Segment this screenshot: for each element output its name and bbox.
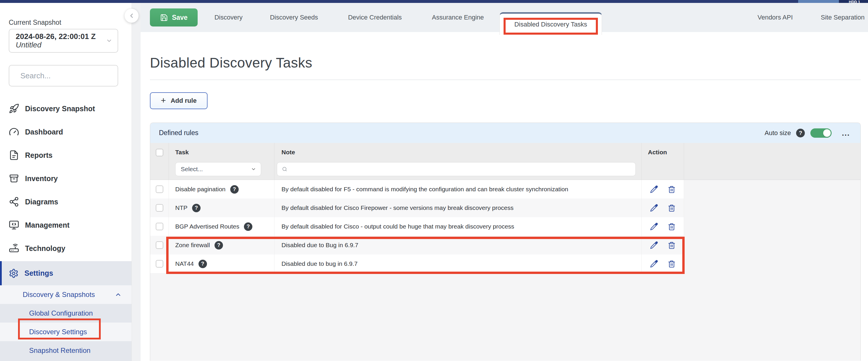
save-button-label: Save [172, 14, 188, 22]
router-icon [9, 243, 19, 253]
tab-discovery[interactable]: Discovery [215, 3, 243, 32]
task-filter-value: Select... [181, 166, 251, 173]
auto-size-toggle[interactable] [810, 128, 832, 138]
snapshot-select[interactable]: 2024-08-26, 22:00:01 Z Untitled [9, 29, 118, 53]
action-column: Action [642, 143, 684, 180]
tab-site-separation[interactable]: Site Separation [821, 3, 865, 32]
sidebar-item-label: Discovery Snapshot [25, 104, 95, 113]
table-row: Disable pagination? By default disabled … [150, 180, 861, 199]
note-text: Disabled due to bug in 6.9.7 [275, 254, 642, 273]
table-row: BGP Advertised Routes? By default disabl… [150, 217, 861, 236]
sidebar-gutter [131, 3, 141, 361]
archive-box-icon [9, 173, 19, 184]
sidebar-nav: Discovery Snapshot Dashboard Reports Inv… [0, 97, 131, 260]
task-help-icon[interactable]: ? [244, 222, 252, 231]
sidebar-item-snapshot-retention[interactable]: Snapshot Retention [0, 341, 131, 360]
delete-icon[interactable] [668, 185, 676, 193]
snapshot-select-value: 2024-08-26, 22:00:01 Z Untitled [16, 32, 106, 49]
tab-disabled-discovery-tasks[interactable]: Disabled Discovery Tasks [499, 12, 602, 35]
filler-column [684, 143, 861, 180]
topbar-status-text: HDD 1 [839, 0, 868, 3]
sidebar: Current Snapshot 2024-08-26, 22:00:01 Z … [0, 3, 131, 361]
sidebar-item-global-configuration[interactable]: Global Configuration [0, 304, 131, 323]
task-name: Zone firewall [175, 242, 210, 249]
delete-icon[interactable] [668, 204, 676, 212]
tab-discovery-seeds[interactable]: Discovery Seeds [270, 3, 318, 32]
sidebar-item-diagrams[interactable]: Diagrams [0, 190, 131, 213]
sidebar-collapse-button[interactable] [125, 9, 138, 23]
note-filter-search[interactable] [277, 162, 636, 176]
panel-header: Defined rules Auto size ? ... [150, 123, 861, 143]
network-diagram-icon [9, 197, 19, 207]
row-checkbox[interactable] [156, 260, 163, 268]
select-all-cell [150, 143, 169, 180]
table-header-row: Task Select... Note Action [150, 143, 861, 180]
sidebar-item-discovery-and-snapshots[interactable]: Discovery & Snapshots [0, 285, 131, 304]
edit-icon[interactable] [650, 241, 658, 249]
delete-icon[interactable] [668, 223, 676, 231]
task-filter-select[interactable]: Select... [175, 162, 261, 176]
row-checkbox[interactable] [156, 185, 163, 193]
sidebar-item-technology[interactable]: Technology [0, 237, 131, 260]
document-icon [9, 150, 19, 160]
task-help-icon[interactable]: ? [198, 260, 207, 268]
rocket-icon [9, 103, 19, 114]
sidebar-item-label: Inventory [25, 174, 58, 183]
tab-device-credentials[interactable]: Device Credentials [348, 3, 402, 32]
more-options-button[interactable]: ... [842, 131, 850, 134]
chevron-left-icon [128, 12, 135, 19]
row-checkbox[interactable] [156, 223, 163, 230]
sidebar-item-label: Management [25, 221, 69, 230]
toggle-knob [823, 129, 831, 137]
note-column-header: Note [275, 149, 641, 156]
add-rule-label: Add rule [170, 97, 196, 104]
sidebar-item-settings[interactable]: Settings [0, 261, 131, 285]
task-help-icon[interactable]: ? [192, 204, 200, 212]
sidebar-search[interactable] [9, 65, 118, 87]
sidebar-item-inventory[interactable]: Inventory [0, 167, 131, 190]
edit-icon[interactable] [650, 260, 658, 268]
table-row: Zone firewall? Disabled due to Bug in 6.… [150, 236, 861, 254]
delete-icon[interactable] [668, 241, 676, 249]
sidebar-item-management[interactable]: Management [0, 213, 131, 237]
table-row: NAT44? Disabled due to bug in 6.9.7 [150, 254, 861, 273]
search-icon [282, 166, 287, 172]
task-help-icon[interactable]: ? [215, 241, 223, 249]
page-title: Disabled Discovery Tasks [150, 55, 859, 71]
monitor-code-icon [9, 220, 19, 230]
sidebar-item-reports[interactable]: Reports [0, 144, 131, 167]
settings-tabbar: Save Discovery Discovery Seeds Device Cr… [141, 3, 868, 32]
add-rule-button[interactable]: + Add rule [150, 92, 208, 109]
tab-assurance-engine[interactable]: Assurance Engine [432, 3, 484, 32]
sidebar-item-label: Settings [25, 269, 53, 277]
sidebar-search-input[interactable] [20, 71, 119, 81]
task-name: NAT44 [175, 260, 194, 267]
edit-icon[interactable] [650, 185, 658, 193]
auto-size-help-icon[interactable]: ? [796, 129, 805, 138]
sidebar-item-discovery-settings[interactable]: Discovery Settings [0, 323, 131, 341]
tab-vendors-api[interactable]: Vendors API [757, 3, 793, 32]
floppy-disk-icon [160, 14, 168, 22]
save-button[interactable]: Save [150, 8, 198, 27]
title-divider [150, 80, 861, 80]
sidebar-item-label: Diagrams [25, 198, 58, 206]
note-text: By default disabled for F5 - command is … [275, 180, 642, 199]
select-all-checkbox[interactable] [156, 149, 163, 156]
snapshot-name: Untitled [16, 41, 106, 49]
chevron-up-icon [115, 291, 122, 298]
note-text: By default disabled for Cisco - output c… [275, 217, 642, 236]
main-panel: Disabled Discovery Tasks + Add rule Defi… [141, 55, 868, 361]
row-checkbox[interactable] [156, 204, 163, 212]
chevron-down-icon [251, 167, 256, 172]
panel-title: Defined rules [159, 129, 765, 137]
sidebar-item-label: Reports [25, 151, 52, 159]
gear-icon [9, 268, 19, 278]
edit-icon[interactable] [650, 204, 658, 212]
edit-icon[interactable] [650, 223, 658, 231]
sidebar-item-discovery-snapshot[interactable]: Discovery Snapshot [0, 97, 131, 120]
row-checkbox[interactable] [156, 241, 163, 249]
task-help-icon[interactable]: ? [230, 185, 239, 193]
delete-icon[interactable] [668, 260, 676, 268]
note-filter-input[interactable] [290, 166, 631, 173]
sidebar-item-dashboard[interactable]: Dashboard [0, 120, 131, 144]
